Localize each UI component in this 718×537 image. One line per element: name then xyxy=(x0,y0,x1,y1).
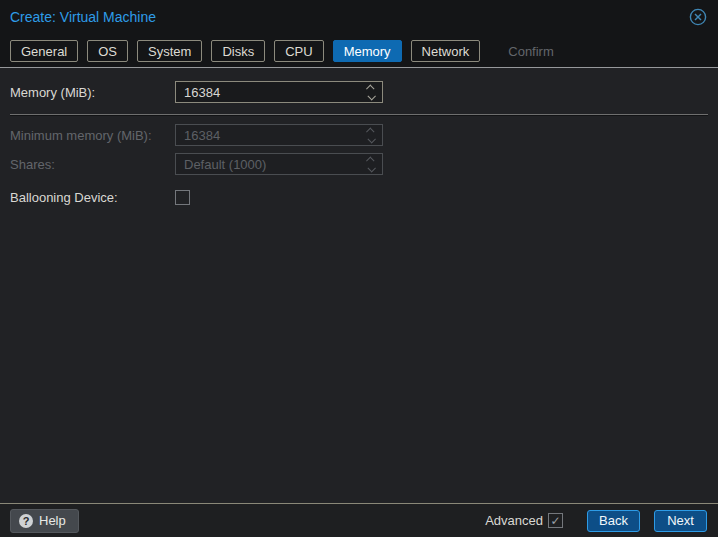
shares-row: Shares: xyxy=(10,153,708,175)
ballooning-label: Ballooning Device: xyxy=(10,190,175,205)
wizard-tab-bar: General OS System Disks CPU Memory Netwo… xyxy=(0,34,718,68)
min-memory-row: Minimum memory (MiB): xyxy=(10,124,708,146)
memory-panel: Memory (MiB): Minimum memory (MiB): xyxy=(0,68,718,503)
advanced-label: Advanced xyxy=(485,513,543,528)
min-memory-input xyxy=(176,125,360,145)
min-memory-label: Minimum memory (MiB): xyxy=(10,128,175,143)
section-separator xyxy=(10,114,708,115)
memory-input[interactable] xyxy=(176,82,360,102)
dialog-footer: ? Help Advanced ✓ Back Next xyxy=(0,503,718,537)
tab-confirm: Confirm xyxy=(497,40,565,62)
memory-spinner-trigger[interactable] xyxy=(360,82,382,102)
memory-spinner xyxy=(175,81,383,103)
spinner-up-icon xyxy=(366,156,374,164)
tab-os[interactable]: OS xyxy=(87,40,128,62)
tab-cpu[interactable]: CPU xyxy=(274,40,323,62)
checkmark-icon: ✓ xyxy=(550,515,560,527)
shares-input xyxy=(176,154,360,174)
tab-memory[interactable]: Memory xyxy=(333,40,402,62)
shares-label: Shares: xyxy=(10,157,175,172)
tab-network[interactable]: Network xyxy=(411,40,481,62)
spinner-down-icon[interactable] xyxy=(367,92,375,100)
spinner-up-icon xyxy=(366,127,374,135)
tab-disks[interactable]: Disks xyxy=(211,40,265,62)
min-memory-spinner-trigger xyxy=(360,125,382,145)
advanced-checkbox[interactable]: ✓ xyxy=(548,513,563,528)
close-icon xyxy=(689,8,707,26)
min-memory-spinner xyxy=(175,124,383,146)
spinner-down-icon xyxy=(367,164,375,172)
memory-row: Memory (MiB): xyxy=(10,81,708,103)
back-button[interactable]: Back xyxy=(587,510,640,532)
help-button-label: Help xyxy=(39,513,66,528)
help-icon: ? xyxy=(19,514,33,528)
dialog-title: Create: Virtual Machine xyxy=(10,9,688,25)
help-button[interactable]: ? Help xyxy=(10,509,79,533)
memory-label: Memory (MiB): xyxy=(10,85,175,100)
spinner-down-icon xyxy=(367,135,375,143)
dialog-header: Create: Virtual Machine xyxy=(0,0,718,34)
tab-general[interactable]: General xyxy=(10,40,78,62)
ballooning-checkbox[interactable] xyxy=(175,190,190,205)
create-vm-dialog: Create: Virtual Machine General OS Syste… xyxy=(0,0,718,537)
shares-spinner xyxy=(175,153,383,175)
next-button[interactable]: Next xyxy=(654,510,707,532)
spinner-up-icon[interactable] xyxy=(366,84,374,92)
shares-spinner-trigger xyxy=(360,154,382,174)
tab-system[interactable]: System xyxy=(137,40,202,62)
ballooning-row: Ballooning Device: xyxy=(10,186,708,208)
close-button[interactable] xyxy=(688,7,708,27)
